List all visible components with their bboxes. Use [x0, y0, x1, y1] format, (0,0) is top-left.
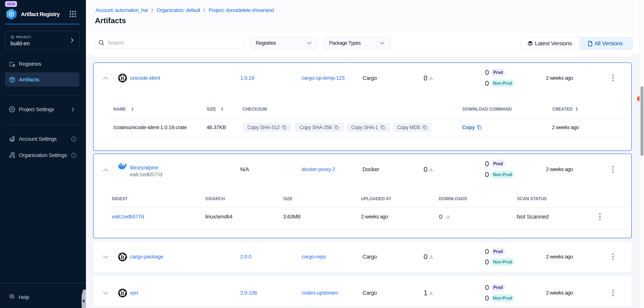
svg-text:R: R	[121, 75, 124, 81]
svg-text:R: R	[121, 290, 124, 296]
svg-text:R: R	[121, 254, 124, 260]
svg-text:?: ?	[11, 294, 12, 298]
